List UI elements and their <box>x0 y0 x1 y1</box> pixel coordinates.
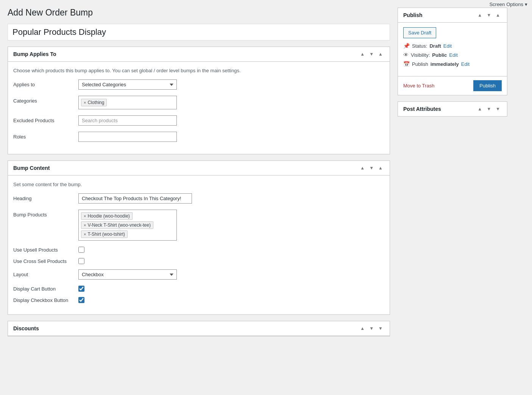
visibility-label: Visibility: <box>411 52 430 58</box>
product-tag-hoodie: × Hoodie (woo-hoodie) <box>81 212 133 220</box>
tag-remove-clothing[interactable]: × <box>84 100 86 105</box>
post-attr-toggle-button[interactable]: ▼ <box>494 106 502 112</box>
product-tag-vneck: × V-Neck T-Shirt (woo-vneck-tee) <box>81 221 153 229</box>
excluded-products-input[interactable] <box>78 115 177 126</box>
bump-content-up-button[interactable]: ▲ <box>359 165 366 171</box>
publish-header: Publish ▲ ▼ ▲ <box>398 8 507 23</box>
post-attributes-box: Post Attributes ▲ ▼ ▼ <box>398 101 507 117</box>
bump-content-info: Set some content for the bump. <box>13 182 384 187</box>
excluded-products-label: Excluded Products <box>13 115 74 123</box>
status-edit-link[interactable]: Edit <box>443 43 452 49</box>
bump-content-toggle-button[interactable]: ▲ <box>377 165 384 171</box>
applies-to-select[interactable]: Selected Categories All Products Selecte… <box>78 79 177 90</box>
tag-remove-vneck[interactable]: × <box>84 223 86 227</box>
tag-label-tshirt: T-Shirt (woo-tshirt) <box>87 232 125 237</box>
status-row: 📌 Status: Draft Edit <box>403 43 502 49</box>
layout-label: Layout <box>13 269 74 277</box>
order-bump-title-input[interactable] <box>8 24 390 40</box>
calendar-icon: 📅 <box>403 61 410 67</box>
categories-label: Categories <box>13 96 74 104</box>
bump-content-title: Bump Content <box>13 165 50 171</box>
heading-label: Heading <box>13 193 74 201</box>
page-wrapper: Add New Order Bump Bump Applies To ▲ ▼ ▲… <box>0 0 532 395</box>
roles-row: Roles <box>13 132 384 142</box>
heading-input[interactable] <box>78 193 192 204</box>
excluded-products-field <box>78 115 384 126</box>
save-draft-button[interactable]: Save Draft <box>403 27 436 38</box>
bump-products-field: × Hoodie (woo-hoodie) × V-Neck T-Shirt (… <box>78 210 384 241</box>
publish-down-button[interactable]: ▼ <box>485 12 493 19</box>
use-cross-sell-checkbox[interactable] <box>78 258 84 264</box>
status-label: Status: <box>412 43 427 49</box>
visibility-edit-link[interactable]: Edit <box>449 52 457 58</box>
bump-applies-to-header: Bump Applies To ▲ ▼ ▲ <box>8 47 390 62</box>
bump-applies-to-body: Choose which products this bump applies … <box>8 62 390 154</box>
publish-title: Publish <box>403 12 423 18</box>
category-tag-clothing: × Clothing <box>81 99 107 106</box>
applies-to-label: Applies to <box>13 79 74 87</box>
applies-to-row: Applies to Selected Categories All Produ… <box>13 79 384 90</box>
visibility-row: 👁 Visibility: Public Edit <box>403 52 502 58</box>
discounts-metabox: Discounts ▲ ▼ ▼ <box>8 321 390 336</box>
collapse-down-button[interactable]: ▼ <box>368 51 375 58</box>
publish-toggle-button[interactable]: ▲ <box>494 12 502 19</box>
layout-row: Layout Checkbox Button List <box>13 269 384 280</box>
roles-field <box>78 132 384 142</box>
use-upsell-checkbox[interactable] <box>78 247 84 253</box>
layout-select[interactable]: Checkbox Button List <box>78 269 177 280</box>
visibility-icon: 👁 <box>403 52 409 58</box>
toggle-button[interactable]: ▲ <box>377 51 384 58</box>
bump-content-controls: ▲ ▼ ▲ <box>359 165 384 171</box>
roles-label: Roles <box>13 132 74 140</box>
display-cart-checkbox[interactable] <box>78 286 84 292</box>
tag-remove-tshirt[interactable]: × <box>84 232 86 236</box>
top-bar: Screen Options ▾ <box>485 0 532 9</box>
publish-box: Publish ▲ ▼ ▲ Save Draft 📌 Status: Draft… <box>398 8 507 95</box>
bump-applies-to-metabox: Bump Applies To ▲ ▼ ▲ Choose which produ… <box>8 47 390 154</box>
publish-up-button[interactable]: ▲ <box>476 12 484 19</box>
discounts-controls: ▲ ▼ ▼ <box>359 325 384 332</box>
bump-content-down-button[interactable]: ▼ <box>368 165 375 171</box>
post-attributes-controls: ▲ ▼ ▼ <box>476 106 502 112</box>
use-cross-sell-label: Use Cross Sell Products <box>13 258 74 264</box>
use-upsell-row: Use Upsell Products <box>13 247 384 253</box>
use-cross-sell-row: Use Cross Sell Products <box>13 258 384 264</box>
product-tag-tshirt: × T-Shirt (woo-tshirt) <box>81 230 128 238</box>
status-icon: 📌 <box>403 43 410 49</box>
discounts-down-button[interactable]: ▼ <box>368 325 375 332</box>
bump-content-metabox: Bump Content ▲ ▼ ▲ Set some content for … <box>8 160 390 315</box>
publish-label-text: Publish <box>412 61 428 67</box>
publish-controls: ▲ ▼ ▲ <box>476 12 502 19</box>
move-to-trash-link[interactable]: Move to Trash <box>403 83 434 89</box>
collapse-up-button[interactable]: ▲ <box>359 51 366 58</box>
heading-row: Heading <box>13 193 384 204</box>
post-attr-up-button[interactable]: ▲ <box>476 106 484 112</box>
categories-row: Categories × Clothing <box>13 96 384 109</box>
publish-when-row: 📅 Publish immediately Edit <box>403 61 502 67</box>
discounts-up-button[interactable]: ▲ <box>359 325 366 332</box>
bump-products-tag-wrapper[interactable]: × Hoodie (woo-hoodie) × V-Neck T-Shirt (… <box>78 210 177 241</box>
display-checkbox-label: Display Checkbox Button <box>13 297 74 303</box>
use-upsell-label: Use Upsell Products <box>13 247 74 253</box>
display-cart-row: Display Cart Button <box>13 286 384 292</box>
status-value: Draft <box>429 43 441 49</box>
tag-label-clothing: Clothing <box>87 100 104 105</box>
publish-body: Save Draft 📌 Status: Draft Edit 👁 Visibi… <box>398 23 507 75</box>
screen-options-button[interactable]: Screen Options ▾ <box>489 2 527 7</box>
bump-content-body: Set some content for the bump. Heading B… <box>8 176 390 314</box>
categories-field: × Clothing <box>78 96 384 109</box>
discounts-header: Discounts ▲ ▼ ▼ <box>8 321 390 336</box>
roles-input[interactable] <box>78 132 177 142</box>
discounts-title: Discounts <box>13 325 39 331</box>
post-attr-down-button[interactable]: ▼ <box>485 106 493 112</box>
tag-remove-hoodie[interactable]: × <box>84 214 86 218</box>
display-checkbox-checkbox[interactable] <box>78 297 84 303</box>
discounts-toggle-button[interactable]: ▼ <box>377 325 384 332</box>
display-checkbox-row: Display Checkbox Button <box>13 297 384 303</box>
publish-button[interactable]: Publish <box>473 80 502 91</box>
publish-edit-link[interactable]: Edit <box>461 61 470 67</box>
bump-products-label: Bump Products <box>13 210 74 218</box>
categories-tag-wrapper[interactable]: × Clothing <box>78 96 177 109</box>
applies-to-info: Choose which products this bump applies … <box>13 68 384 73</box>
post-attributes-title: Post Attributes <box>403 106 441 112</box>
